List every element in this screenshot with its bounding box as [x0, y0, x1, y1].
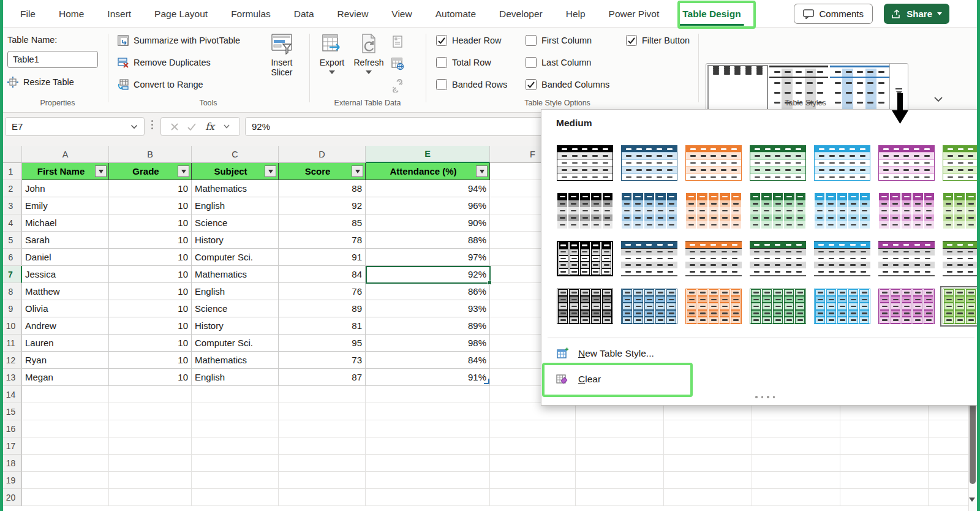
- filter-button-C1[interactable]: [265, 165, 276, 177]
- cell-G15[interactable]: [576, 403, 664, 420]
- table-style-medium-14[interactable]: [943, 193, 980, 229]
- row-header-2[interactable]: 2: [0, 180, 22, 197]
- export-button[interactable]: Export: [314, 34, 350, 74]
- cell-C12[interactable]: Mathematics: [192, 352, 279, 369]
- cell-B14[interactable]: [109, 386, 192, 403]
- filter-button-D1[interactable]: [352, 165, 363, 177]
- cell-E20[interactable]: [366, 489, 490, 506]
- cell-B17[interactable]: [109, 437, 192, 455]
- cell-D11[interactable]: 95: [279, 335, 366, 352]
- cell-A2[interactable]: John: [22, 180, 109, 197]
- formula-bar-grip[interactable]: [151, 120, 153, 129]
- cell-A1[interactable]: First Name: [22, 163, 109, 180]
- table-style-medium-13[interactable]: [878, 193, 935, 229]
- cell-A9[interactable]: Olivia: [22, 300, 109, 317]
- table-style-medium-15[interactable]: [557, 241, 613, 276]
- cell-D2[interactable]: 88: [279, 180, 366, 197]
- cell-B9[interactable]: 10: [109, 300, 192, 317]
- table-style-medium-17[interactable]: [685, 241, 742, 276]
- cell-E2[interactable]: 94%: [366, 180, 490, 197]
- row-header-14[interactable]: 14: [0, 386, 22, 403]
- cell-B7[interactable]: 10: [109, 266, 192, 283]
- cell-E1[interactable]: Attendance (%): [366, 163, 490, 180]
- cell-E17[interactable]: [366, 437, 490, 455]
- cell-C9[interactable]: Science: [192, 300, 279, 317]
- summarize-pivottable-button[interactable]: Summarize with PivotTable: [118, 35, 240, 46]
- cell-B11[interactable]: 10: [109, 335, 192, 352]
- comments-button[interactable]: Comments: [794, 4, 873, 24]
- vertical-scrollbar-thumb[interactable]: [970, 397, 976, 484]
- cell-F16[interactable]: [490, 420, 576, 437]
- cell-C17[interactable]: [192, 437, 279, 455]
- cell-G20[interactable]: [576, 489, 664, 506]
- cell-C8[interactable]: English: [192, 283, 279, 300]
- cell-D4[interactable]: 85: [279, 214, 366, 232]
- menu-tab-help[interactable]: Help: [554, 0, 597, 28]
- cell-F15[interactable]: [490, 403, 576, 420]
- cell-H17[interactable]: [664, 437, 752, 455]
- cell-B16[interactable]: [109, 420, 192, 437]
- cell-C16[interactable]: [192, 420, 279, 437]
- cell-E16[interactable]: [366, 420, 490, 437]
- cell-C4[interactable]: Science: [192, 214, 279, 232]
- menu-tab-power-pivot[interactable]: Power Pivot: [597, 0, 671, 28]
- cell-B12[interactable]: 10: [109, 352, 192, 369]
- table-style-medium-4[interactable]: [750, 145, 806, 181]
- cell-A19[interactable]: [22, 472, 109, 489]
- cell-C11[interactable]: Computer Sci.: [192, 335, 279, 352]
- row-header-8[interactable]: 8: [0, 283, 22, 300]
- cell-I15[interactable]: [752, 403, 840, 420]
- cell-H15[interactable]: [664, 403, 752, 420]
- cell-D7[interactable]: 84: [279, 266, 366, 283]
- cell-B8[interactable]: 10: [109, 283, 192, 300]
- fx-icon[interactable]: fx: [205, 121, 214, 132]
- row-header-12[interactable]: 12: [0, 352, 22, 369]
- cell-F20[interactable]: [490, 489, 576, 506]
- checkbox-banded-rows[interactable]: Banded Rows: [436, 79, 507, 90]
- cell-G19[interactable]: [576, 472, 664, 489]
- checkbox-box[interactable]: [436, 79, 447, 90]
- cell-C7[interactable]: Mathematics: [192, 266, 279, 283]
- cell-D17[interactable]: [279, 437, 366, 455]
- cell-D8[interactable]: 76: [279, 283, 366, 300]
- cell-E4[interactable]: 90%: [366, 214, 490, 232]
- row-header-4[interactable]: 4: [0, 214, 22, 232]
- collapse-ribbon-button[interactable]: [933, 94, 943, 105]
- convert-to-range-button[interactable]: Convert to Range: [118, 79, 203, 90]
- refresh-button[interactable]: Refresh: [350, 34, 387, 74]
- table-style-medium-24[interactable]: [685, 289, 742, 324]
- table-style-medium-10[interactable]: [685, 193, 742, 229]
- new-table-style-item[interactable]: New Table Style...: [550, 344, 660, 363]
- fx-chevron-icon[interactable]: [224, 124, 230, 129]
- cell-J17[interactable]: [840, 437, 929, 455]
- menu-tab-formulas[interactable]: Formulas: [219, 0, 282, 28]
- cell-J20[interactable]: [840, 489, 929, 506]
- cell-C18[interactable]: [192, 455, 279, 472]
- panel-resize-handle[interactable]: [755, 396, 775, 398]
- cell-D3[interactable]: 92: [279, 197, 366, 214]
- row-header-9[interactable]: 9: [0, 300, 22, 317]
- table-style-medium-9[interactable]: [621, 193, 677, 229]
- row-header-18[interactable]: 18: [0, 455, 22, 472]
- scroll-down-arrow[interactable]: [969, 498, 975, 502]
- table-resize-corner[interactable]: [484, 379, 489, 384]
- cell-D20[interactable]: [279, 489, 366, 506]
- cell-D1[interactable]: Score: [279, 163, 366, 180]
- cell-B13[interactable]: 10: [109, 369, 192, 386]
- cell-A14[interactable]: [22, 386, 109, 403]
- menu-tab-file[interactable]: File: [9, 0, 47, 28]
- selected-table-style[interactable]: [940, 286, 980, 327]
- table-style-medium-19[interactable]: [814, 241, 870, 276]
- cell-A16[interactable]: [22, 420, 109, 437]
- resize-table-button[interactable]: Resize Table: [7, 77, 74, 88]
- row-header-11[interactable]: 11: [0, 335, 22, 352]
- checkbox-box[interactable]: [526, 35, 537, 46]
- table-style-medium-11[interactable]: [750, 193, 806, 229]
- cell-J16[interactable]: [840, 420, 929, 437]
- cell-A11[interactable]: Lauren: [22, 335, 109, 352]
- cell-E10[interactable]: 89%: [366, 317, 490, 335]
- cell-D15[interactable]: [279, 403, 366, 420]
- cell-J15[interactable]: [840, 403, 929, 420]
- cell-C10[interactable]: History: [192, 317, 279, 335]
- table-style-medium-3[interactable]: [685, 145, 742, 181]
